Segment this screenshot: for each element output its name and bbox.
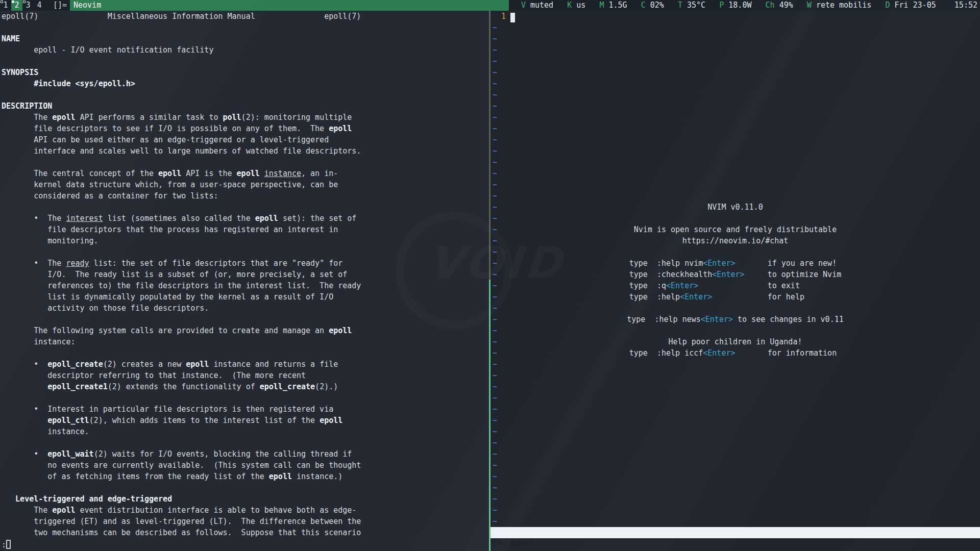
tilde-marker: ~ [493, 448, 497, 460]
nvim-line: ~ [491, 179, 980, 190]
tilde-marker: ~ [493, 505, 497, 516]
status-key: C [641, 1, 646, 10]
man-line: DESCRIPTION [0, 101, 489, 112]
tilde-marker: ~ [493, 269, 497, 280]
status-value: 18.0W [724, 1, 765, 10]
tilde-marker: ~ [493, 44, 497, 56]
man-line [0, 89, 489, 101]
tag-label: 1 [3, 1, 8, 10]
man-line [0, 56, 489, 67]
tilde-marker: ~ [493, 145, 497, 157]
man-line: epoll_create1(2) extends the functionali… [0, 381, 489, 392]
tag-label: 4 [37, 1, 41, 10]
man-line: The epoll API performs a similar task to… [0, 112, 489, 123]
layout-indicator[interactable]: []= [53, 0, 67, 11]
tilde-marker: ~ [493, 404, 497, 415]
nvim-line: ~ [491, 359, 980, 370]
workspace-tag-1[interactable]: 1 [0, 0, 11, 11]
tilde-marker: ~ [493, 392, 497, 404]
nvim-line: ~ [491, 213, 980, 224]
man-line: • Interest in particular file descriptor… [0, 404, 489, 415]
man-line: Level-triggered and edge-triggered [0, 493, 489, 505]
man-line: two mechanisms can be described as follo… [0, 527, 489, 538]
intro-text: type :q<Enter> to exit [491, 280, 980, 291]
man-line: interface and scales well to large numbe… [0, 145, 489, 157]
nvim-line: ~ [491, 493, 980, 505]
nvim-line [491, 538, 980, 549]
terminal-manpage-window[interactable]: epoll(7) Miscellaneous Information Manua… [0, 11, 489, 551]
man-line: epoll - I/O event notification facility [0, 44, 489, 56]
man-line: file descriptors that the process has re… [0, 224, 489, 235]
intro-text: type :help<Enter> for help [491, 291, 980, 303]
tilde-marker: ~ [493, 67, 497, 78]
nvim-line: ~Nvim is open source and freely distribu… [491, 224, 980, 235]
nvim-line: ~ [491, 67, 980, 78]
man-line: triggered (ET) and as level-triggered (L… [0, 516, 489, 527]
tilde-marker: ~ [493, 314, 497, 325]
workspace-tag-4[interactable]: 4 [34, 0, 45, 11]
nvim-line: ~ [491, 437, 980, 448]
nvim-line: ~ [491, 157, 980, 168]
neovim-window[interactable]: 1 ~~~~~~~~~~~~~~~~~NVIM v0.11.0~~Nvim is… [491, 11, 980, 551]
tilde-marker: ~ [493, 112, 497, 123]
status-key: W [807, 1, 812, 10]
man-line [0, 392, 489, 404]
man-line: references to) the file descriptors in t… [0, 280, 489, 291]
tilde-marker: ~ [493, 246, 497, 258]
workspace-tag-2[interactable]: 2 [11, 0, 22, 11]
tilde-marker: ~ [493, 482, 497, 493]
man-line [0, 347, 489, 359]
man-line: I/O. The ready list is a subset of (or, … [0, 269, 489, 280]
nvim-line: 1 [491, 11, 980, 22]
tag-label: 3 [26, 1, 30, 10]
workspace-tag-3[interactable]: 3 [22, 0, 34, 11]
nvim-line: ~type :checkhealth<Enter> to optimize Nv… [491, 269, 980, 280]
nvim-line: ~ [491, 123, 980, 134]
nvim-line: ~type :help<Enter> for help [491, 291, 980, 303]
nvim-line: ~ [491, 246, 980, 258]
man-line [0, 482, 489, 493]
man-line: #include <sys/epoll.h> [0, 78, 489, 89]
nvim-line: ~ [491, 56, 980, 67]
man-line: • epoll_create(2) creates a new epoll in… [0, 359, 489, 370]
nvim-line: ~ [491, 145, 980, 157]
tilde-marker: ~ [493, 89, 497, 101]
nvim-line: ~ [491, 89, 980, 101]
tilde-marker: ~ [493, 33, 497, 44]
status-key: T [678, 1, 682, 10]
nvim-line: ~ [491, 448, 980, 460]
cursor-block [510, 13, 515, 22]
man-line [0, 202, 489, 213]
window-title: Neovim [70, 0, 509, 11]
status-key: Ch [766, 1, 775, 10]
status-value: 49% [775, 1, 807, 10]
intro-text: NVIM v0.11.0 [491, 202, 980, 213]
manpage-content: epoll(7) Miscellaneous Information Manua… [0, 11, 489, 549]
hollow-cursor [6, 540, 11, 549]
tilde-marker: ~ [493, 179, 497, 190]
man-line: instance. [0, 426, 489, 437]
man-line: list is dynamically populated by the ker… [0, 291, 489, 303]
status-value: us [572, 1, 599, 10]
status-value: 1.5G [604, 1, 641, 10]
man-line: • The interest list (sometimes also call… [0, 213, 489, 224]
man-line [0, 22, 489, 33]
nvim-line: ~NVIM v0.11.0 [491, 202, 980, 213]
clock: 15:52 [950, 1, 977, 10]
nvim-line: ~ [491, 78, 980, 89]
nvim-line: ~ [491, 325, 980, 336]
tilde-marker: ~ [493, 460, 497, 471]
nvim-line: ~ [491, 44, 980, 56]
man-line [0, 157, 489, 168]
status-key: P [719, 1, 724, 10]
nvim-line: ~ [491, 33, 980, 44]
intro-text: type :checkhealth<Enter> to optimize Nvi… [491, 269, 980, 280]
tilde-marker: ~ [493, 325, 497, 336]
tag-client-indicator [23, 1, 26, 3]
man-line: epoll(7) Miscellaneous Information Manua… [0, 11, 489, 22]
nvim-line: ~ [491, 392, 980, 404]
intro-text: Nvim is open source and freely distribut… [491, 224, 980, 235]
nvim-line: ~ [491, 190, 980, 202]
intro-text: Help poor children in Uganda! [491, 336, 980, 347]
status-value: muted [526, 1, 567, 10]
